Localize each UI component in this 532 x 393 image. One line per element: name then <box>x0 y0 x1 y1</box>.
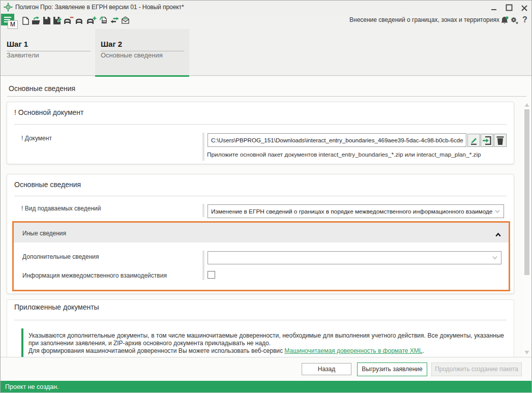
svg-text:XML: XML <box>102 20 107 23</box>
